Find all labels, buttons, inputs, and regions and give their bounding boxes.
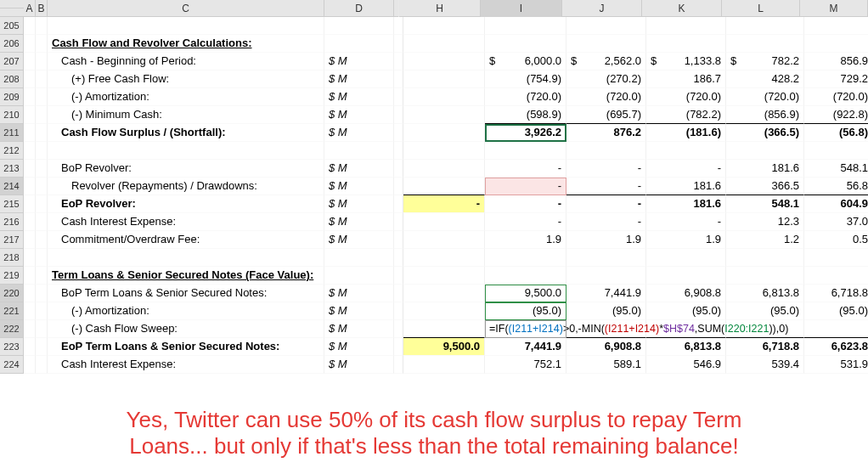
label-bop-revolver[interactable]: BoP Revolver: (48, 160, 324, 178)
col-header-C[interactable]: C (48, 0, 324, 17)
row-header-208[interactable]: 208 (0, 70, 24, 88)
row-header-217[interactable]: 217 (0, 231, 24, 249)
col-header-I[interactable]: I (481, 0, 562, 17)
row-header-205[interactable]: 205 (0, 17, 24, 35)
row-header-224[interactable]: 224 (0, 356, 24, 374)
row-header-209[interactable]: 209 (0, 88, 24, 106)
value-eop-tl-H[interactable]: 9,500.0 (403, 338, 485, 356)
row-header-223[interactable]: 223 (0, 338, 24, 356)
label-cash-flow-sweep[interactable]: (-) Cash Flow Sweep: (48, 320, 324, 338)
row-header-218[interactable]: 218 (0, 249, 24, 267)
label-min-cash[interactable]: (-) Minimum Cash: (48, 106, 324, 124)
highlighted-cell-I221[interactable]: (95.0) (485, 302, 566, 320)
row-header-221[interactable]: 221 (0, 302, 24, 320)
label-surplus[interactable]: Cash Flow Surplus / (Shortfall): (48, 124, 324, 142)
col-header-J[interactable]: J (562, 0, 642, 17)
spreadsheet[interactable]: A B C D H I J K L M 205 206 Cash Flow an… (0, 0, 868, 374)
highlighted-cell-I214[interactable]: - (485, 178, 566, 195)
label-cash-interest-tl[interactable]: Cash Interest Expense: (48, 356, 324, 374)
label-bop-term-loans[interactable]: BoP Term Loans & Senior Secured Notes: (48, 285, 324, 302)
label-cash-bop[interactable]: Cash - Beginning of Period: (48, 53, 324, 70)
column-header-row: A B C D H I J K L M (0, 0, 868, 17)
row-header-207[interactable]: 207 (0, 53, 24, 70)
label-amortization-tl[interactable]: (-) Amortization: (48, 302, 324, 320)
value-eop-rev-H[interactable]: - (403, 195, 485, 213)
label-cash-interest[interactable]: Cash Interest Expense: (48, 213, 324, 231)
unit[interactable]: $ M (324, 53, 394, 70)
row-header-220[interactable]: 220 (0, 285, 24, 302)
section-title-cashflow[interactable]: Cash Flow and Revolver Calculations: (48, 35, 324, 53)
label-amortization[interactable]: (-) Amortization: (48, 88, 324, 106)
row-header-213[interactable]: 213 (0, 160, 24, 178)
row-header-219[interactable]: 219 (0, 267, 24, 285)
highlighted-cell-I220[interactable]: 9,500.0 (485, 285, 566, 302)
col-header-M[interactable]: M (800, 0, 868, 17)
row-header-212[interactable]: 212 (0, 142, 24, 160)
col-header-A[interactable]: A (24, 0, 36, 17)
section-title-term-loans[interactable]: Term Loans & Senior Secured Notes (Face … (48, 267, 324, 285)
row-header-215[interactable]: 215 (0, 195, 24, 213)
row-header-210[interactable]: 210 (0, 106, 24, 124)
col-header-K[interactable]: K (642, 0, 722, 17)
label-revolver-repay-draw[interactable]: Revolver (Repayments) / Drawdowns: (48, 178, 324, 195)
cell[interactable] (24, 17, 36, 35)
label-commitment-fee[interactable]: Commitment/Overdraw Fee: (48, 231, 324, 249)
label-fcf[interactable]: (+) Free Cash Flow: (48, 70, 324, 88)
row-header-222[interactable]: 222 (0, 320, 24, 338)
col-header-D[interactable]: D (324, 0, 394, 17)
formula-cell-I222[interactable]: =IF((I211+I214)>0,-MIN((I211+I214)*$H$74… (485, 320, 566, 338)
select-all-corner[interactable] (0, 8, 24, 8)
col-header-L[interactable]: L (722, 0, 800, 17)
col-header-H[interactable]: H (399, 0, 481, 17)
annotation-text: Yes, Twitter can use 50% of its cash flo… (0, 403, 868, 463)
active-cell-I211[interactable]: 3,926.2 (485, 124, 566, 142)
label-eop-revolver[interactable]: EoP Revolver: (48, 195, 324, 213)
row-header-211[interactable]: 211 (0, 124, 24, 142)
row-header-216[interactable]: 216 (0, 213, 24, 231)
value-cash-bop-I[interactable]: $6,000.0 (485, 53, 566, 70)
row-header-214[interactable]: 214 (0, 178, 24, 195)
row-header-206[interactable]: 206 (0, 35, 24, 53)
label-eop-term-loans[interactable]: EoP Term Loans & Senior Secured Notes: (48, 338, 324, 356)
col-header-B[interactable]: B (36, 0, 48, 17)
